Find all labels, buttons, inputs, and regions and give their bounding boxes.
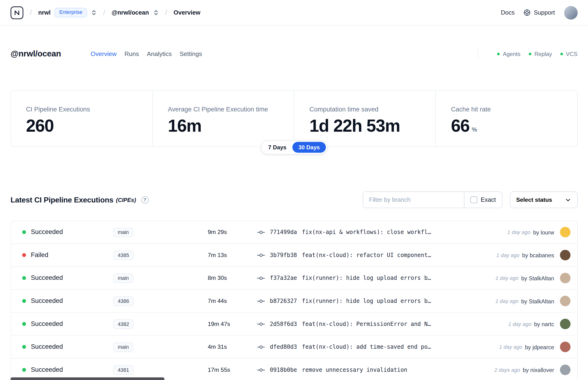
git-commit-icon bbox=[257, 252, 265, 258]
duration: 7m 44s bbox=[208, 298, 257, 304]
divider bbox=[478, 48, 478, 59]
range-30-days-button[interactable]: 30 Days bbox=[292, 142, 326, 152]
stat-value: 260 bbox=[26, 115, 152, 136]
author: by StalkAltan bbox=[521, 275, 554, 281]
enterprise-badge: Enterprise bbox=[55, 8, 87, 18]
cipes-title: Latest CI Pipeline Executions bbox=[11, 195, 113, 204]
commit-hash: dfed80d3 bbox=[270, 343, 297, 350]
time-ago: 2 days ago bbox=[494, 367, 520, 373]
commit-message: remove unnecessary invalidation bbox=[302, 366, 407, 373]
git-commit-icon bbox=[257, 344, 265, 350]
row-avatar bbox=[560, 296, 570, 306]
time-ago: 1 day ago bbox=[495, 298, 518, 304]
tab-analytics[interactable]: Analytics bbox=[147, 49, 172, 59]
workspace-switcher-icon[interactable] bbox=[153, 9, 159, 16]
env-item-vcs[interactable]: VCS bbox=[560, 51, 577, 57]
env-item-agents[interactable]: Agents bbox=[497, 51, 520, 57]
stat-label: Computation time saved bbox=[309, 106, 436, 113]
tab-overview[interactable]: Overview bbox=[91, 49, 117, 59]
cipe-row[interactable]: Succeeded main 4m 31s dfed80d3 feat(nx-c… bbox=[11, 336, 577, 359]
status-dot bbox=[22, 253, 26, 257]
exact-label: Exact bbox=[481, 196, 496, 203]
cipe-row[interactable]: Succeeded main 8m 30s f37a32ae fix(runne… bbox=[11, 267, 577, 290]
row-avatar bbox=[560, 227, 570, 237]
exact-match-toggle[interactable]: Exact bbox=[464, 192, 502, 208]
cipe-row[interactable]: Succeeded 4382 19m 47s 2d58f6d3 feat(nx-… bbox=[11, 313, 577, 336]
env-item-replay[interactable]: Replay bbox=[529, 51, 552, 57]
time-ago: 1 day ago bbox=[499, 344, 522, 350]
branch-badge: main bbox=[113, 228, 133, 237]
commit-message: feat(nx-cloud): refactor UI component… bbox=[302, 252, 431, 258]
nx-cloud-logo-icon[interactable] bbox=[11, 6, 23, 19]
env-status-group: Agents Replay VCS bbox=[478, 48, 577, 59]
stat-value: 66% bbox=[451, 115, 577, 136]
author: by jdpearce bbox=[525, 344, 554, 350]
commit-message: fix(nx-api & workflows): close workfl… bbox=[302, 229, 431, 236]
stat-suffix: % bbox=[472, 127, 477, 133]
env-item-label: Agents bbox=[503, 51, 520, 57]
branch-filter-input[interactable] bbox=[363, 192, 464, 208]
cipe-row[interactable]: Succeeded 4381 17m 55s 0918b0be remove u… bbox=[11, 359, 577, 380]
duration: 9m 29s bbox=[208, 229, 257, 236]
row-avatar bbox=[560, 342, 570, 352]
status-dot bbox=[22, 299, 26, 303]
user-avatar[interactable] bbox=[564, 6, 578, 19]
branch-badge: 4386 bbox=[113, 296, 133, 306]
branch-badge: main bbox=[113, 342, 133, 352]
status-dot bbox=[22, 276, 26, 280]
status-label: Succeeded bbox=[31, 343, 63, 351]
page-title: @nrwl/ocean bbox=[11, 49, 91, 59]
commit-hash: 2d58f6d3 bbox=[270, 321, 297, 327]
git-commit-icon bbox=[257, 275, 265, 281]
tab-runs[interactable]: Runs bbox=[124, 49, 139, 59]
breadcrumb-workspace[interactable]: @nrwl/ocean bbox=[112, 9, 149, 16]
range-7-days-button[interactable]: 7 Days bbox=[262, 142, 293, 152]
git-commit-icon bbox=[257, 321, 265, 327]
support-icon bbox=[524, 9, 531, 16]
commit-hash: 771499da bbox=[270, 229, 297, 236]
tab-settings[interactable]: Settings bbox=[180, 49, 202, 59]
stat-label: Cache hit rate bbox=[451, 106, 577, 113]
author: by lourw bbox=[533, 229, 554, 235]
org-switcher-icon[interactable] bbox=[91, 9, 97, 16]
status-dot bbox=[22, 368, 26, 372]
breadcrumb-page: Overview bbox=[173, 9, 200, 16]
duration: 4m 31s bbox=[208, 343, 257, 350]
horizontal-scrollbar-thumb[interactable] bbox=[11, 378, 164, 380]
cipe-row[interactable]: Succeeded main 9m 29s 771499da fix(nx-ap… bbox=[11, 221, 577, 244]
row-avatar bbox=[560, 250, 570, 260]
status-dot bbox=[22, 230, 26, 234]
status-label: Succeeded bbox=[31, 297, 63, 305]
support-label: Support bbox=[534, 9, 555, 16]
cipe-row[interactable]: Succeeded 4386 7m 44s b8726327 fix(runne… bbox=[11, 290, 577, 313]
time-ago: 1 day ago bbox=[508, 321, 531, 327]
support-link[interactable]: Support bbox=[524, 9, 555, 16]
stat-value: 1d 22h 53m bbox=[309, 115, 436, 136]
cipe-row[interactable]: Failed 4385 7m 13s 3b79fb38 feat(nx-clou… bbox=[11, 244, 577, 267]
time-ago: 1 day ago bbox=[496, 252, 519, 258]
stat-card-time-saved: Computation time saved 1d 22h 53m bbox=[294, 91, 436, 147]
author: by nixallover bbox=[523, 367, 554, 373]
top-nav: / nrwl Enterprise / @nrwl/ocean / Overvi… bbox=[0, 0, 588, 26]
breadcrumb-separator: / bbox=[30, 8, 32, 17]
commit-message: feat(nx-cloud): add time-saved end po… bbox=[302, 343, 431, 350]
stats-cards: CI Pipeline Executions 260 Average CI Pi… bbox=[11, 90, 577, 147]
cipe-table: Succeeded main 9m 29s 771499da fix(nx-ap… bbox=[11, 221, 577, 380]
breadcrumb-separator: / bbox=[103, 8, 105, 17]
breadcrumb-org[interactable]: nrwl bbox=[38, 9, 51, 16]
status-select-dropdown[interactable]: Select status bbox=[510, 191, 577, 208]
green-status-dot bbox=[497, 53, 500, 55]
env-item-label: VCS bbox=[566, 51, 577, 57]
date-range-toggle: 7 Days 30 Days bbox=[261, 140, 327, 154]
status-label: Succeeded bbox=[31, 366, 63, 374]
env-item-label: Replay bbox=[534, 51, 552, 57]
commit-message: feat(nx-cloud): PermissionError and N… bbox=[302, 321, 431, 327]
help-icon[interactable]: ? bbox=[141, 196, 148, 203]
commit-hash: f37a32ae bbox=[270, 275, 297, 282]
stat-label: Average CI Pipeline Execution time bbox=[168, 106, 294, 113]
commit-hash: 0918b0be bbox=[270, 366, 297, 373]
exact-checkbox[interactable] bbox=[471, 196, 477, 203]
commit-message: fix(runner): hide log upload errors b… bbox=[302, 298, 431, 304]
docs-link[interactable]: Docs bbox=[501, 9, 515, 16]
breadcrumb-separator: / bbox=[165, 8, 167, 17]
